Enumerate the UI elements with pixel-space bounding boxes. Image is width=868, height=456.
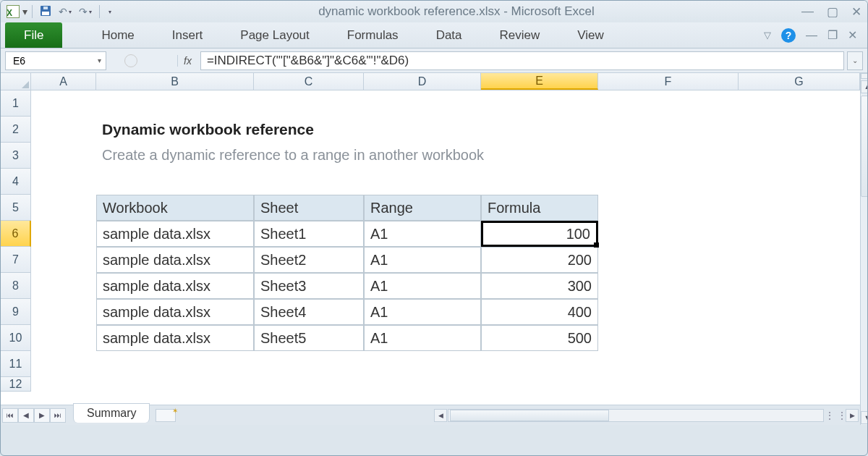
row-header[interactable]: 11 bbox=[1, 351, 31, 377]
hscroll-right-icon[interactable]: ▶ bbox=[846, 409, 859, 422]
vscroll-thumb[interactable] bbox=[861, 96, 868, 197]
col-header-F[interactable]: F bbox=[598, 73, 739, 90]
table-header[interactable]: Workbook bbox=[96, 195, 254, 221]
tab-page-layout[interactable]: Page Layout bbox=[221, 22, 328, 48]
tab-formulas[interactable]: Formulas bbox=[328, 22, 417, 48]
sheet-nav-first-icon[interactable]: ⏮ bbox=[2, 408, 18, 423]
cell[interactable] bbox=[364, 169, 481, 195]
cell[interactable] bbox=[31, 169, 96, 195]
cell[interactable] bbox=[31, 351, 96, 377]
cell[interactable] bbox=[598, 221, 739, 247]
cell[interactable] bbox=[96, 377, 254, 392]
col-header-G[interactable]: G bbox=[739, 73, 860, 90]
cell[interactable] bbox=[254, 90, 364, 117]
hscroll-left-icon[interactable]: ◀ bbox=[434, 409, 447, 422]
select-all-corner[interactable] bbox=[1, 73, 31, 90]
cell[interactable] bbox=[31, 325, 96, 351]
cell[interactable] bbox=[598, 273, 739, 299]
table-cell[interactable]: A1 bbox=[364, 299, 481, 325]
cell[interactable] bbox=[598, 247, 739, 273]
row-header[interactable]: 7 bbox=[1, 247, 31, 273]
cell[interactable] bbox=[31, 299, 96, 325]
table-cell[interactable]: sample data.xlsx bbox=[96, 325, 254, 351]
vscroll-track[interactable] bbox=[861, 94, 868, 410]
row-header[interactable]: 2 bbox=[1, 117, 31, 143]
cell[interactable] bbox=[598, 351, 739, 377]
formula-input[interactable]: =INDIRECT("'["&B6&"]"&C6&"'!"&D6) bbox=[200, 51, 844, 70]
table-cell[interactable]: A1 bbox=[364, 325, 481, 351]
sheet-nav-prev-icon[interactable]: ◀ bbox=[18, 408, 34, 423]
cell[interactable] bbox=[96, 169, 254, 195]
cell[interactable] bbox=[598, 195, 739, 221]
table-cell[interactable]: 300 bbox=[481, 273, 598, 299]
table-cell[interactable]: Sheet1 bbox=[254, 221, 364, 247]
redo-button[interactable]: ↷▾ bbox=[79, 6, 92, 17]
cell[interactable] bbox=[739, 299, 860, 325]
cell[interactable] bbox=[739, 90, 860, 117]
cell[interactable] bbox=[481, 169, 598, 195]
row-header[interactable]: 9 bbox=[1, 299, 31, 325]
col-header-D[interactable]: D bbox=[364, 73, 481, 90]
maximize-button[interactable]: ▢ bbox=[827, 4, 838, 20]
col-header-E[interactable]: E bbox=[481, 73, 598, 90]
cell[interactable] bbox=[481, 90, 598, 117]
cell[interactable] bbox=[598, 299, 739, 325]
split-handle[interactable] bbox=[861, 73, 868, 79]
vertical-scrollbar[interactable]: ▲ ▼ bbox=[860, 73, 868, 425]
cell[interactable] bbox=[364, 351, 481, 377]
cell[interactable] bbox=[364, 90, 481, 117]
undo-button[interactable]: ↶▾ bbox=[59, 6, 72, 17]
vscroll-up-icon[interactable]: ▲ bbox=[861, 80, 868, 93]
cell[interactable] bbox=[31, 143, 96, 169]
table-cell[interactable]: sample data.xlsx bbox=[96, 299, 254, 325]
row-header[interactable]: 6 bbox=[1, 221, 31, 247]
row-header[interactable]: 12 bbox=[1, 377, 31, 392]
file-tab[interactable]: File bbox=[5, 22, 62, 48]
table-header[interactable]: Range bbox=[364, 195, 481, 221]
sheet-nav-next-icon[interactable]: ▶ bbox=[34, 408, 50, 423]
workbook-close-button[interactable]: ✕ bbox=[848, 28, 857, 42]
cell[interactable] bbox=[598, 377, 739, 392]
row-header[interactable]: 5 bbox=[1, 195, 31, 221]
table-cell[interactable]: sample data.xlsx bbox=[96, 221, 254, 247]
tab-home[interactable]: Home bbox=[82, 22, 153, 48]
table-cell[interactable]: 200 bbox=[481, 247, 598, 273]
cell[interactable] bbox=[364, 377, 481, 392]
table-cell[interactable]: Sheet5 bbox=[254, 325, 364, 351]
cell[interactable] bbox=[254, 169, 364, 195]
cell[interactable] bbox=[739, 377, 860, 392]
tab-view[interactable]: View bbox=[558, 22, 623, 48]
tab-data[interactable]: Data bbox=[417, 22, 481, 48]
vscroll-down-icon[interactable]: ▼ bbox=[861, 411, 868, 424]
tab-review[interactable]: Review bbox=[481, 22, 559, 48]
cell[interactable] bbox=[31, 273, 96, 299]
tab-insert[interactable]: Insert bbox=[153, 22, 222, 48]
cell[interactable] bbox=[598, 143, 739, 169]
cell[interactable] bbox=[739, 325, 860, 351]
table-header[interactable]: Sheet bbox=[254, 195, 364, 221]
row-header[interactable]: 3 bbox=[1, 143, 31, 169]
cell[interactable] bbox=[598, 117, 739, 143]
row-header[interactable]: 4 bbox=[1, 169, 31, 195]
hscroll-track[interactable] bbox=[448, 409, 824, 422]
cell[interactable] bbox=[598, 325, 739, 351]
cell[interactable] bbox=[96, 90, 254, 117]
sheet-nav-last-icon[interactable]: ⏭ bbox=[50, 408, 66, 423]
ribbon-minimize-icon[interactable]: ▽ bbox=[764, 30, 771, 41]
app-menu-dropdown-icon[interactable]: ▾ bbox=[22, 6, 27, 17]
cell[interactable] bbox=[739, 143, 860, 169]
col-header-B[interactable]: B bbox=[96, 73, 254, 90]
cell[interactable] bbox=[739, 169, 860, 195]
table-cell[interactable]: A1 bbox=[364, 221, 481, 247]
cell[interactable] bbox=[254, 377, 364, 392]
table-cell[interactable]: Sheet2 bbox=[254, 247, 364, 273]
table-cell[interactable]: 500 bbox=[481, 325, 598, 351]
cell[interactable] bbox=[481, 351, 598, 377]
help-icon[interactable]: ? bbox=[781, 28, 796, 43]
cell[interactable] bbox=[31, 247, 96, 273]
row-header[interactable]: 1 bbox=[1, 90, 31, 117]
hscroll-thumb[interactable] bbox=[450, 410, 609, 421]
fx-label[interactable]: fx bbox=[177, 55, 197, 67]
cell[interactable] bbox=[739, 247, 860, 273]
name-box[interactable]: E6 ▾ bbox=[5, 51, 106, 70]
